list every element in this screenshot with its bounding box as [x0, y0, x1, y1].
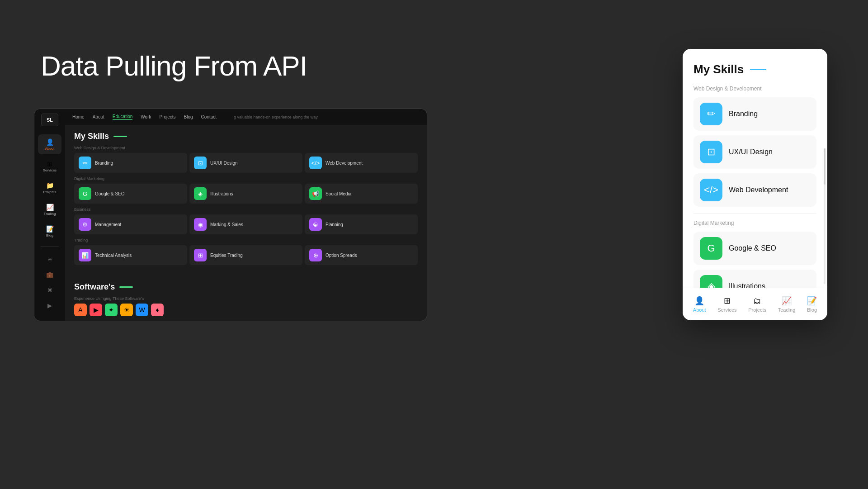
sidebar-item-blog[interactable]: 📝 Blog [38, 221, 61, 241]
sidebar-label-about: About [45, 147, 55, 151]
skill-name-management: Management [95, 222, 121, 227]
skill-name-google: Google & SEO [95, 191, 125, 196]
nav-work[interactable]: Work [141, 114, 151, 119]
sw-icon-0: A [74, 304, 87, 316]
trading-icon: 📈 [46, 204, 54, 211]
card-divider [693, 213, 816, 214]
sidebar-item-trading[interactable]: 📈 Trading [38, 199, 61, 219]
skills-area: My Skills Web Design & Development ✏ Bra… [65, 125, 427, 282]
webdev-icon: </> [309, 157, 322, 169]
card-skill-name-webdev: Web Development [729, 186, 788, 194]
nav-home[interactable]: Home [72, 114, 85, 119]
nav-education[interactable]: Education [113, 114, 132, 120]
skill-name-equities-trading: Equities Trading [210, 253, 243, 258]
illustrations-icon: ◈ [194, 187, 207, 200]
software-icons: A ▶ ✦ ☀ W ♦ [74, 304, 418, 316]
nav-contact[interactable]: Contact [201, 114, 217, 119]
sidebar-label-services: Services [43, 168, 57, 172]
nav-projects[interactable]: Projects [159, 114, 175, 119]
skill-name-uxui: UX/UI Design [210, 161, 238, 166]
software-section-title: Software's [74, 282, 418, 292]
sidebar-item-services[interactable]: ⊞ Services [38, 156, 61, 176]
bottom-about-icon: 👤 [694, 296, 704, 306]
sw-icon-2: ✦ [105, 304, 118, 316]
category-business: Business [74, 207, 418, 212]
software-description: Experience Usinging These Software's [74, 296, 418, 301]
blog-icon: 📝 [46, 225, 54, 233]
skills-card: My Skills Web Design & Development ✏ Bra… [683, 49, 827, 320]
sparkle-icon: ✳ [47, 256, 52, 263]
scrollbar[interactable] [824, 148, 826, 284]
bottom-blog-label: Blog [807, 307, 817, 313]
skills-section-title: My Skills [74, 132, 418, 141]
skill-name-option-spreads: Option Spreads [326, 253, 357, 258]
sidebar-label-projects: Projects [43, 190, 57, 194]
card-category-marketing: Digital Marketing [693, 220, 816, 226]
page-title: Data Pulling From API [41, 50, 307, 82]
bottom-nav: 👤 About ⊞ Services 🗂 Projects 📈 Teading … [683, 288, 827, 320]
sidebar-social-linkedin[interactable]: 💼 [38, 268, 61, 281]
sw-icon-5: ♦ [151, 304, 164, 316]
sidebar-social-youtube[interactable]: ▶ [38, 299, 61, 312]
bottom-about-label: About [693, 307, 706, 313]
skills-grid-business: ⚙ Management ◉ Marking & Sales ☯ Plannin… [74, 214, 418, 234]
services-icon: ⊞ [47, 160, 52, 167]
sidebar-label-trading: Trading [44, 212, 56, 216]
nav-description: g valuable hands-on experience along the… [234, 115, 420, 119]
youtube-icon: ▶ [47, 302, 52, 309]
skill-name-social-media: Social Media [326, 191, 351, 196]
skill-name-illustrations: Illustrations [210, 191, 233, 196]
sidebar-item-about[interactable]: 👤 About [38, 134, 61, 154]
category-web-design: Web Design & Development [74, 146, 418, 150]
nav-blog[interactable]: Blog [184, 114, 193, 119]
card-skill-name-branding: Branding [729, 110, 758, 118]
skill-google-seo: G Google & SEO [74, 184, 187, 204]
main-content: Home About Education Work Projects Blog … [65, 109, 427, 321]
card-google-icon: G [700, 237, 722, 260]
card-category-webdesign: Web Design & Development [693, 85, 816, 92]
nav-about[interactable]: About [93, 114, 104, 119]
bottom-nav-about[interactable]: 👤 About [689, 293, 711, 315]
title-underline [113, 136, 127, 137]
technical-analysis-icon: 📊 [79, 249, 91, 261]
card-skill-uxui: ⊡ UX/UI Design [693, 135, 816, 169]
card-uxui-icon: ⊡ [700, 141, 722, 163]
skills-grid-trading: 📊 Technical Analysis ⊞ Equities Trading … [74, 245, 418, 265]
card-skill-google: G Google & SEO [693, 232, 816, 265]
skill-name-planning: Planning [326, 222, 343, 227]
management-icon: ⚙ [79, 218, 91, 231]
sidebar-social-x[interactable]: ✖ [38, 283, 61, 297]
category-trading: Trading [74, 238, 418, 242]
bottom-services-icon: ⊞ [724, 296, 731, 306]
bottom-nav-services[interactable]: ⊞ Services [713, 293, 741, 315]
bottom-nav-blog[interactable]: 📝 Blog [802, 293, 821, 315]
sidebar-label-blog: Blog [46, 233, 53, 237]
bottom-nav-trading[interactable]: 📈 Teading [774, 293, 800, 315]
about-icon: 👤 [46, 138, 54, 146]
bottom-blog-icon: 📝 [807, 296, 817, 306]
card-title: My Skills [693, 62, 816, 76]
skill-illustrations: ◈ Illustrations [189, 184, 302, 204]
linkedin-icon: 💼 [46, 271, 53, 278]
skill-marking-sales: ◉ Marking & Sales [189, 214, 302, 234]
software-section: Software's Experience Usinging These Sof… [65, 282, 427, 321]
option-spreads-icon: ⊕ [309, 249, 322, 261]
bottom-projects-icon: 🗂 [753, 296, 761, 306]
x-icon: ✖ [47, 287, 52, 294]
card-title-underline [750, 69, 766, 70]
sw-icon-1: ▶ [90, 304, 102, 316]
bottom-nav-projects[interactable]: 🗂 Projects [744, 294, 771, 315]
desktop-mockup: SL 👤 About ⊞ Services 📁 Projects 📈 Tradi… [34, 109, 427, 321]
sidebar-item-projects[interactable]: 📁 Projects [38, 178, 61, 198]
sidebar-social-sparkle[interactable]: ✳ [38, 252, 61, 266]
branding-icon: ✏ [79, 157, 91, 169]
skill-equities-trading: ⊞ Equities Trading [189, 245, 302, 265]
skill-management: ⚙ Management [74, 214, 187, 234]
scrollbar-thumb [824, 148, 826, 185]
sidebar-logo: SL [41, 114, 58, 126]
software-title-line [119, 286, 133, 288]
skill-name-webdev: Web Development [326, 161, 363, 166]
skill-uxui: ⊡ UX/UI Design [189, 153, 302, 173]
google-icon: G [79, 187, 91, 200]
card-skill-branding: ✏ Branding [693, 97, 816, 131]
